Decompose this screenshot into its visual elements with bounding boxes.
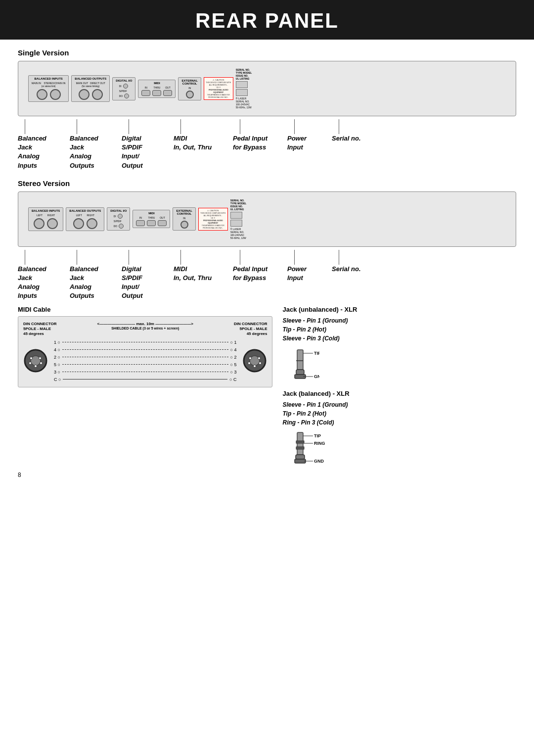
digital-di-jack xyxy=(123,84,128,89)
single-balanced-outputs: BALANCED OUTPUTS MAIN OUT DIRECT OUT(for… xyxy=(71,75,110,102)
stereo-digital-io: DIGITAL I/O DI S/PDIF DO xyxy=(107,207,130,231)
single-version-title: Single Version xyxy=(18,48,516,57)
label-text-3: DigitalS/PDIFInput/Output xyxy=(122,134,143,170)
svg-text:GND: GND xyxy=(314,459,324,464)
midi-in-jack xyxy=(141,90,150,96)
label-text-6: PowerInput xyxy=(287,134,307,152)
jack-unbalanced-svg: TIP GND xyxy=(282,346,319,383)
label-text-7: Serial no. xyxy=(332,134,361,143)
midi-right-connector-label: DIN CONNECTOR5POLE - MALE45 degrees xyxy=(234,322,267,337)
midi-cable-diagram: DIN CONNECTOR5POLE - MALE45 degrees <———… xyxy=(18,316,272,387)
label-line-6 xyxy=(294,119,295,134)
single-midi: MIDI IN THRU OUT xyxy=(138,80,176,98)
stereo-serial-rect-2 xyxy=(230,220,242,227)
stereo-serial-rect-1 xyxy=(230,212,242,219)
midi-thru-jack xyxy=(152,90,161,96)
label-text-2: BalancedJackAnalogOutputs xyxy=(70,134,98,170)
stereo-balanced-inputs: BALANCED INPUTS LEFT RIGHT xyxy=(28,207,63,231)
serial-rect-2 xyxy=(236,89,248,96)
svg-text:GND: GND xyxy=(314,374,319,379)
label-text-1: BalancedJackAnalogInputs xyxy=(18,134,46,170)
page-title: REAR PANEL xyxy=(0,0,534,40)
stereo-version-panel: BALANCED INPUTS LEFT RIGHT BALANCED OUTP… xyxy=(18,191,516,247)
stereo-balanced-output-jack-1 xyxy=(73,218,84,229)
balanced-output-jack-2 xyxy=(92,89,103,100)
svg-point-10 xyxy=(258,357,261,360)
svg-text:RING: RING xyxy=(314,441,325,446)
stereo-version-labels: BalancedJackAnalogInputs BalancedJackAna… xyxy=(18,250,516,301)
svg-point-6 xyxy=(35,365,37,368)
jack-balanced-diagram: TIP RING GND xyxy=(282,430,516,470)
stereo-midi-thru-jack xyxy=(147,220,156,226)
jack-balanced-title: Jack (balanced) - XLR xyxy=(282,390,516,397)
label-line-4 xyxy=(180,119,181,134)
midi-wires-area: 1 ○ ○ 1 4 ○ ○ 4 2 ○ ○ 2 xyxy=(52,340,238,382)
svg-point-13 xyxy=(254,365,256,368)
single-external-control: EXTERNALCONTROL IN xyxy=(178,77,201,100)
single-digital-io: DIGITAL I/O DI S/PDIF DO xyxy=(112,77,135,100)
serial-power-area: SERIAL NO.TYPE MODELISSUE NO.UL LISTING … xyxy=(236,68,252,109)
balanced-input-jack-2 xyxy=(50,89,61,100)
stereo-midi-out-jack xyxy=(158,220,167,226)
midi-out-jack xyxy=(163,90,172,96)
stereo-serial-power-area: SERIAL NO.TYPE MODELISSUE NO.UL LISTING … xyxy=(230,199,247,239)
single-version-panel: BALANCED INPUTS MAIN IN STEREO/CHAIN IN(… xyxy=(18,61,516,116)
midi-left-connector-svg xyxy=(23,348,48,373)
svg-rect-26 xyxy=(295,459,306,463)
label-text-5: Pedal Inputfor Bypass xyxy=(233,134,267,152)
stereo-balanced-input-jack-1 xyxy=(34,218,44,229)
svg-text:TIP: TIP xyxy=(314,351,319,356)
midi-left-connector-label: DIN CONNECTOR5POLE - MALE45 degrees xyxy=(23,322,56,337)
single-version-labels: BalancedJackAnalogInputs BalancedJackAna… xyxy=(18,119,516,170)
label-line-1 xyxy=(25,119,25,134)
single-balanced-inputs: BALANCED INPUTS MAIN IN STEREO/CHAIN IN(… xyxy=(28,75,69,102)
serial-rect-1 xyxy=(236,81,248,88)
jack-balanced-desc: Sleeve - Pin 1 (Ground)Tip - Pin 2 (Hot)… xyxy=(282,400,516,427)
svg-rect-15 xyxy=(296,370,304,375)
svg-point-5 xyxy=(40,362,43,365)
svg-rect-24 xyxy=(296,447,304,449)
svg-rect-14 xyxy=(297,350,303,370)
midi-max-length: <————————— max. 10m —————————> SHIELDED … xyxy=(97,322,193,337)
svg-rect-23 xyxy=(296,441,304,443)
jack-unbalanced-diagram: TIP GND xyxy=(282,346,516,383)
page-number: 8 xyxy=(18,470,516,478)
svg-text:TIP: TIP xyxy=(314,433,321,438)
ext-control-jack xyxy=(186,91,194,98)
caution-label: ⚠ CAUTION THIS DEVICE COMPLIES WITH ALL … xyxy=(204,77,233,100)
jack-balanced-section: Jack (balanced) - XLR Sleeve - Pin 1 (Gr… xyxy=(282,390,516,470)
midi-cable-title: MIDI Cable xyxy=(18,306,272,313)
label-text-4: MIDIIn, Out, Thru xyxy=(174,134,212,152)
svg-point-11 xyxy=(248,362,251,365)
midi-cable-section: MIDI Cable DIN CONNECTOR5POLE - MALE45 d… xyxy=(18,306,272,470)
svg-point-9 xyxy=(249,357,252,360)
label-line-3 xyxy=(129,119,129,134)
jack-unbalanced-section: Jack (unbalanced) - XLR Sleeve - Pin 1 (… xyxy=(282,306,516,383)
stereo-balanced-input-jack-2 xyxy=(47,218,58,229)
svg-point-4 xyxy=(29,362,32,365)
stereo-balanced-output-jack-2 xyxy=(87,218,97,229)
stereo-midi-in-jack xyxy=(136,220,145,226)
stereo-digital-di-jack xyxy=(118,214,123,219)
jack-unbalanced-title: Jack (unbalanced) - XLR xyxy=(282,306,516,313)
svg-point-12 xyxy=(259,362,262,365)
svg-rect-25 xyxy=(296,455,305,459)
balanced-output-jack-1 xyxy=(79,89,89,100)
stereo-balanced-outputs: BALANCED OUTPUTS LEFT RIGHT xyxy=(66,207,104,231)
label-line-5 xyxy=(240,119,240,134)
midi-right-connector-svg xyxy=(242,348,267,373)
svg-point-2 xyxy=(30,357,33,360)
jack-balanced-svg: TIP RING GND xyxy=(282,430,327,470)
stereo-version-title: Stereo Version xyxy=(18,179,516,188)
svg-point-3 xyxy=(39,357,42,360)
stereo-ext-control-jack xyxy=(180,221,188,229)
stereo-midi: MIDI IN THRU OUT xyxy=(133,210,170,228)
label-line-7 xyxy=(339,119,339,134)
stereo-digital-do-jack xyxy=(119,224,124,229)
digital-do-jack xyxy=(124,94,129,98)
stereo-external-control: EXTERNALCONTROL IN xyxy=(173,207,195,231)
stereo-caution-label: ⚠ CAUTION THIS DEVICE COMPLIES WITH ALL … xyxy=(198,208,228,231)
jack-unbalanced-desc: Sleeve - Pin 1 (Ground)Tip - Pin 2 (Hot)… xyxy=(282,316,516,343)
balanced-input-jack-1 xyxy=(37,89,47,100)
label-line-2 xyxy=(77,119,77,134)
